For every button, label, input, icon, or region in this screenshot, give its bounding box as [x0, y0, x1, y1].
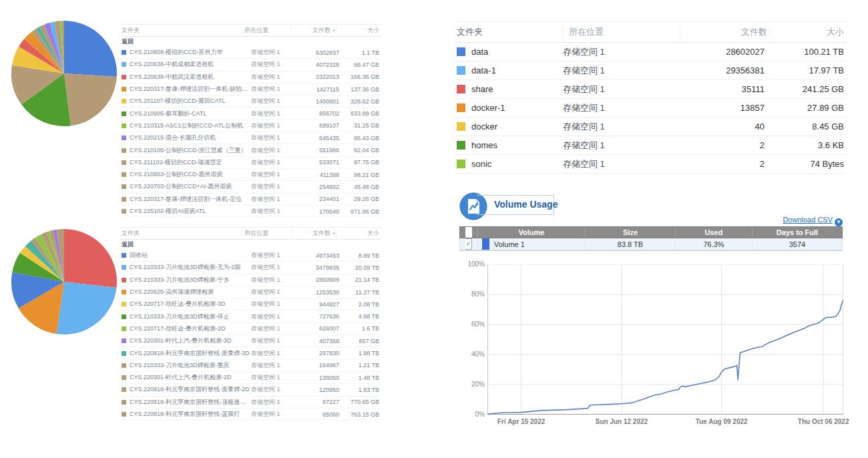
folder-name: CYS.210905-极耳翻折-CATL — [130, 109, 251, 118]
folder-row[interactable]: CYS.220317-楚康-焊缝法切割一体机-定位存储空间 123440129.… — [120, 194, 381, 206]
y-axis-tick-label: 20% — [463, 381, 485, 388]
column-header-size[interactable]: Size — [585, 227, 675, 238]
folder-name: docker-1 — [471, 103, 558, 113]
folder-file-count: 411388 — [298, 172, 339, 178]
folder-row[interactable]: CYS.220818-利元亨南京国轩整线-顶板激光焊接-…存储空间 197227… — [120, 397, 381, 409]
column-header-location[interactable]: 所在位置 — [241, 26, 291, 35]
folder-name: CYS.210333-刀片电池3D焊检测-宁乡 — [130, 276, 251, 284]
folder-location: 存储空间 1 — [251, 73, 298, 81]
folder-color-swatch — [122, 326, 126, 331]
folder-file-count: 4973453 — [298, 252, 339, 259]
folder-location: 存储空间 1 — [251, 373, 298, 382]
volume-name: Volume 1 — [493, 238, 525, 250]
folder-row[interactable]: CYS.220301-时代上汽-叠片机检测-2D存储空间 11380501.48… — [120, 372, 381, 384]
folder-row[interactable]: CYS.210105-公制的CCD-浙江慧威（三重）存储空间 155198692… — [120, 144, 381, 156]
column-header-days-to-full[interactable]: Days to Full — [752, 227, 842, 238]
pie-slice[interactable] — [64, 73, 117, 126]
folder-row[interactable]: CYS.220215-混合-长圆孔分切机存储空间 164543586.43 GB — [120, 132, 381, 144]
folder-row[interactable]: CYS.210333-刀片电池3D焊检测-重庆存储空间 11649871.21 … — [120, 360, 381, 372]
folder-row[interactable]: CYS.220717-欣旺达-叠片机检测-3D存储空间 19448272.08 … — [120, 298, 381, 310]
folder-location: 存储空间 1 — [558, 83, 674, 95]
folder-file-count: 944827 — [298, 301, 339, 308]
folder-row[interactable]: CYS.220818-利元亨南京国轩整线-质量焊-3D存储空间 12978301… — [120, 347, 381, 359]
folder-row[interactable]: CYS.211102-模切的CCD-瑞浦慧定存储空间 153307187.75 … — [120, 157, 381, 169]
folder-row[interactable]: data-1存储空间 12935638117.97 TB — [454, 61, 847, 80]
folder-location: 存储空间 1 — [251, 398, 298, 407]
column-header-count[interactable]: 文件数▼ — [291, 229, 336, 238]
column-header-location[interactable]: 所在位置 — [241, 229, 291, 238]
folder-row[interactable]: docker-1存储空间 11385727.89 GB — [454, 99, 847, 118]
column-header-volume[interactable]: Volume — [477, 227, 585, 238]
folder-color-swatch — [457, 85, 465, 93]
column-header-folder[interactable]: 文件夹 — [120, 26, 241, 35]
folder-row[interactable]: CYS.210803-公制的CCD-惠州瑕疵存储空间 141138898.21 … — [120, 169, 381, 181]
folder-name: CYS.220215-混合-长圆孔分切机 — [130, 134, 251, 142]
folder-file-count: 2860909 — [298, 276, 339, 283]
table-rows: data存储空间 128602027100.21 TBdata-1存储空间 12… — [454, 43, 847, 174]
select-all-checkbox[interactable] — [465, 227, 472, 238]
folder-name: CYS.210333-刀片电池3D焊检测-无为-2期 — [130, 263, 251, 272]
folder-row[interactable]: CYS.220818-利元亨南京国轩整线-质量焊-2D存储空间 11209501… — [120, 384, 381, 396]
folder-name: sonic — [471, 159, 558, 169]
pie-slice[interactable] — [57, 282, 117, 334]
folder-row[interactable]: CYS.210333-刀片电池3D焊检测-停止存储空间 17276364.98 … — [120, 310, 381, 322]
folder-size: 20.09 TB — [339, 264, 381, 271]
volume-row[interactable]: ✓ Volume 1 83.8 TB 76.3% 3574 — [459, 238, 843, 250]
column-header-size[interactable]: 大小 — [336, 26, 381, 35]
folder-row[interactable]: CYS.210315-ASC1公制的CCD-ATL公制机存储空间 1699107… — [120, 120, 381, 132]
folder-row[interactable]: CYS.220301-时代上汽-叠片机检测-3D存储空间 1407368857 … — [120, 335, 381, 347]
folder-row[interactable]: CYS.210333-刀片电池3D焊检测-无为-2期存储空间 134798352… — [120, 262, 381, 274]
column-header-count[interactable]: 文件数 — [680, 26, 770, 38]
folder-name: homes — [471, 140, 558, 150]
shared-folder-table: 文件夹 所在位置 文件数 大小 data存储空间 128602027100.21… — [454, 21, 847, 174]
folder-row[interactable]: CYS.210808-模组的CCD-苏州力华存储空间 163028371.1 T… — [120, 47, 381, 59]
folder-row[interactable]: share存储空间 135111241.25 GB — [454, 80, 847, 99]
folder-row[interactable]: CYS.225102-模切AI瑕疵ATL存储空间 1170640971.96 G… — [120, 206, 381, 218]
folder-color-swatch — [122, 400, 126, 405]
folder-location: 存储空间 1 — [251, 349, 298, 358]
folder-location: 存储空间 1 — [558, 65, 674, 77]
folder-color-swatch — [457, 47, 465, 56]
folder-row[interactable]: CYS.220717-欣旺达-叠片机检测-2D存储空间 16260071.6 T… — [120, 323, 381, 335]
folder-file-count: 727636 — [298, 313, 339, 320]
folder-color-swatch — [122, 111, 126, 116]
folder-row[interactable]: CYS.210333-刀片电池3D焊检测-宁乡存储空间 1286090921.1… — [120, 274, 381, 286]
folder-row[interactable]: sonic存储空间 1274 Bytes — [454, 155, 847, 174]
column-header-location[interactable]: 所在位置 — [563, 26, 680, 38]
folder-name: CYS.220818-利元亨南京国轩整线-蓝膜灯 — [130, 410, 251, 419]
folder-row[interactable]: data存储空间 128602027100.21 TB — [454, 43, 847, 61]
download-csv-link[interactable]: Download CSV▼ — [721, 216, 843, 226]
folder-row[interactable]: CYS.220638-中航成都渠道相机存储空间 1407232866.47 GB — [120, 59, 381, 71]
column-header-size[interactable]: 大小 — [770, 26, 847, 38]
folder-row[interactable]: homes存储空间 123.6 KB — [454, 136, 847, 155]
column-header-folder[interactable]: 文件夹 — [454, 26, 563, 38]
column-header-folder[interactable]: 文件夹 — [120, 229, 241, 238]
folder-file-count: 626007 — [298, 325, 339, 332]
folder-row[interactable]: CYS.220625-温州瑞浦焊缝检测存储空间 1125353011.27 TB — [120, 286, 381, 298]
pie-slice[interactable] — [64, 21, 117, 77]
folder-location: 存储空间 1 — [558, 46, 674, 58]
folder-row[interactable]: CYS.220638-中航武汉渠道相机存储空间 12322013166.36 G… — [120, 71, 381, 83]
folder-size: 17.97 TB — [767, 65, 847, 75]
folder-row[interactable]: CYS.210905-极耳翻折-CATL存储空间 1856702833.99 G… — [120, 107, 381, 120]
folder-file-count: 138050 — [298, 375, 339, 381]
folder-row[interactable]: 回收站存储空间 149734538.89 TB — [120, 250, 381, 262]
folder-file-count: 234401 — [298, 196, 339, 202]
column-header-size[interactable]: 大小 — [336, 229, 381, 238]
folder-row[interactable]: CYS.220818-利元亨南京国轩整线-蓝膜灯存储空间 165060763.1… — [120, 409, 381, 421]
folder-row[interactable]: CYS.220703-公制的CCD+AI-惠州瑕疵存储空间 125480245.… — [120, 181, 381, 193]
column-header-count[interactable]: 文件数▼ — [291, 26, 336, 35]
folder-name: CYS.220818-利元亨南京国轩整线-顶板激光焊接-… — [130, 398, 251, 407]
folder-row[interactable]: CYS.220317-楚康-焊缝法切割一体机-缺陷检测存储空间 11427115… — [120, 83, 381, 95]
column-header-used[interactable]: Used — [675, 227, 752, 238]
pie-slice[interactable] — [64, 229, 117, 288]
folder-size: 8.45 GB — [767, 122, 847, 132]
folder-location: 存储空间 1 — [251, 410, 298, 419]
folder-size: 1.48 TB — [339, 375, 381, 381]
volume-checkbox[interactable]: ✓ — [465, 238, 472, 250]
folder-row[interactable]: CYS.201107-模切的CCD-莆田CATL存储空间 11400801328… — [120, 95, 381, 107]
back-link[interactable]: 返回 — [120, 37, 381, 47]
folder-row[interactable]: docker存储空间 1408.45 GB — [454, 118, 847, 136]
back-link[interactable]: 返回 — [120, 240, 381, 250]
folder-size: 1.6 TB — [339, 325, 381, 332]
